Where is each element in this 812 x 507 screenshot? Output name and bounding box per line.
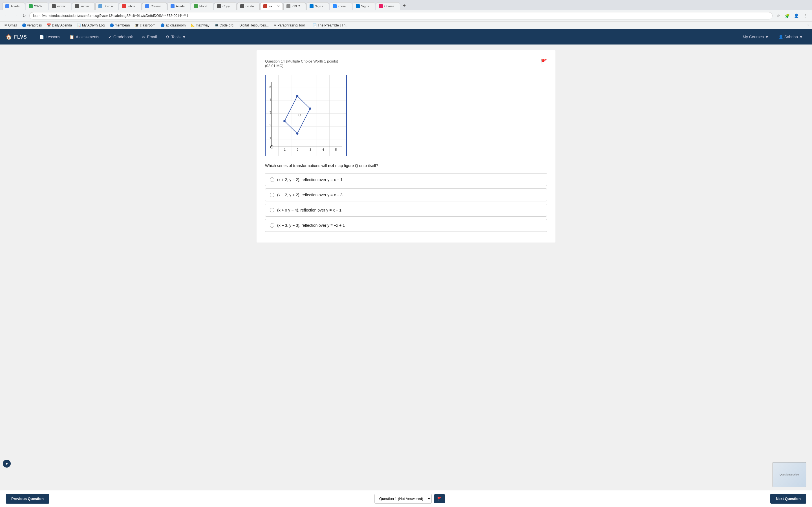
bookmark-label: Digital Resources... [239, 23, 269, 27]
tab-16[interactable]: Course... [376, 2, 400, 10]
question-header: Question 14 (Multiple Choice Worth 1 poi… [265, 59, 547, 72]
bookmark-label: Paraphrasing Tool... [277, 23, 308, 27]
svg-point-28 [283, 120, 286, 122]
bookmark-label: My Activity Log [82, 23, 105, 27]
bookmark-mathway[interactable]: 📐mathway [189, 23, 211, 28]
nav-logo-text: FLVS [14, 34, 27, 40]
top-nav: 🏠 FLVS 📄 Lessons 📋 Assessments ✔ Gradebo… [0, 29, 812, 45]
svg-text:2: 2 [297, 148, 298, 151]
nav-logo[interactable]: 🏠 FLVS [6, 34, 27, 40]
bookmark-paraphrasing[interactable]: ✏Paraphrasing Tool... [272, 23, 309, 28]
answer-choice-b[interactable]: (x − 2, y + 2), reflection over y = x + … [265, 188, 547, 202]
forward-button[interactable]: → [12, 13, 19, 19]
tab-5[interactable]: Inbox [119, 2, 142, 10]
para-icon: ✏ [274, 23, 276, 27]
svg-text:3: 3 [310, 148, 311, 151]
assessments-icon: 📋 [69, 35, 74, 39]
bookmark-gmail[interactable]: ✉Gmail [3, 23, 18, 28]
bookmark-activity-log[interactable]: 📊My Activity Log [75, 23, 106, 28]
bookmark-label: ap classroom [165, 23, 186, 27]
my-courses-button[interactable]: My Courses ▼ [739, 33, 772, 41]
question-text-not: not [328, 163, 334, 168]
svg-text:2: 2 [269, 123, 271, 127]
user-chevron-icon: ▼ [799, 35, 803, 39]
tab-0[interactable]: Acade... [2, 2, 25, 10]
tab-8[interactable]: Florid... [191, 2, 213, 10]
bookmark-preamble[interactable]: 📄The Preamble | Th... [311, 23, 350, 28]
tab-4[interactable]: Born a... [95, 2, 119, 10]
radio-d[interactable] [270, 223, 274, 228]
next-question-button[interactable]: Next Question [770, 494, 806, 504]
bottom-nav: Previous Question Question 1 (Not Answer… [0, 490, 812, 507]
bookmark-daily-agenda[interactable]: 📅Daily Agenda [45, 23, 73, 28]
question-text-after: map figure Q onto itself? [334, 163, 378, 168]
svg-text:1: 1 [284, 148, 286, 151]
answer-choice-c[interactable]: (x + 0 y − 4), reflection over y = x − 1 [265, 204, 547, 217]
preamble-icon: 📄 [313, 23, 317, 27]
toolbar-icons: ☆ 🧩 👤 ⋮ [774, 12, 809, 20]
bookmarks-more-icon[interactable]: » [807, 23, 809, 27]
flag-question-icon[interactable]: 🚩 [541, 59, 547, 65]
tab-3[interactable]: summ... [72, 2, 94, 10]
assessments-link[interactable]: 📋 Assessments [65, 33, 103, 41]
gradebook-link[interactable]: ✔ Gradebook [104, 33, 137, 41]
tab-13[interactable]: Sign i... [306, 2, 329, 10]
browser-chrome: Acade... 2022-... extrac... summ... Born… [0, 0, 812, 29]
previous-question-button[interactable]: Previous Question [6, 494, 49, 504]
answer-choice-a[interactable]: (x + 2, y − 2), reflection over y = x − … [265, 173, 547, 186]
tab-bar: Acade... 2022-... extrac... summ... Born… [0, 0, 812, 10]
question-dropdown[interactable]: Question 1 (Not Answered) [374, 494, 432, 504]
tab-11-active[interactable]: Ex...✕ [260, 2, 283, 10]
reload-button[interactable]: ↻ [21, 13, 28, 19]
tab-7[interactable]: Acade... [167, 2, 190, 10]
tab-close-icon[interactable]: ✕ [277, 4, 280, 8]
address-bar-row: ← → ↻ ☆ 🧩 👤 ⋮ [0, 10, 812, 21]
bookmark-code-org[interactable]: 💻Code.org [213, 23, 235, 28]
answer-choice-d[interactable]: (x − 3, y − 3), reflection over y = −x +… [265, 219, 547, 232]
extension-icon[interactable]: 🧩 [783, 12, 791, 20]
bookmark-veracross[interactable]: 🔵veracross [20, 23, 43, 28]
profile-icon[interactable]: 👤 [792, 12, 800, 20]
tab-6[interactable]: Classro... [142, 2, 167, 10]
back-button[interactable]: ← [3, 13, 10, 19]
question-text: Which series of transformations will not… [265, 163, 547, 169]
bookmark-label: veracross [27, 23, 42, 27]
address-bar-input[interactable] [29, 12, 772, 19]
question-select: Question 1 (Not Answered) 🚩 [374, 494, 445, 504]
question-title-area: Question 14 (Multiple Choice Worth 1 poi… [265, 59, 338, 72]
tab-14[interactable]: zoom [329, 2, 352, 10]
bookmark-label: membean [115, 23, 130, 27]
main-content: Question 14 (Multiple Choice Worth 1 poi… [251, 45, 561, 251]
bookmark-ap-classroom[interactable]: 🔵ap classroom [159, 23, 187, 28]
tab-10[interactable]: no sla... [237, 2, 260, 10]
bookmark-digital-resources[interactable]: Digital Resources... [237, 23, 270, 28]
tab-2[interactable]: extrac... [49, 2, 71, 10]
bookmark-star-icon[interactable]: ☆ [774, 12, 782, 20]
bookmark-classroom[interactable]: 🎓classroom [133, 23, 157, 28]
question-code: (02.01 MC) [265, 64, 338, 68]
tab-12[interactable]: v19 C... [283, 2, 306, 10]
user-menu-button[interactable]: 👤 Sabrina ▼ [775, 33, 806, 41]
radio-b[interactable] [270, 193, 274, 197]
svg-rect-0 [266, 75, 346, 156]
home-icon: 🏠 [6, 34, 12, 40]
tab-15[interactable]: Sign i... [353, 2, 375, 10]
choice-c-text: (x + 0 y − 4), reflection over y = x − 1 [277, 208, 342, 212]
menu-icon[interactable]: ⋮ [801, 12, 809, 20]
tools-link[interactable]: ⚙ Tools ▼ [162, 33, 190, 41]
radio-c[interactable] [270, 208, 274, 212]
lessons-link[interactable]: 📄 Lessons [35, 33, 64, 41]
bookmark-membean[interactable]: 🔵membean [108, 23, 132, 28]
tab-9[interactable]: Copy... [214, 2, 237, 10]
tab-1[interactable]: 2022-... [26, 2, 48, 10]
my-courses-chevron-icon: ▼ [765, 35, 769, 39]
flag-button[interactable]: 🚩 [434, 494, 445, 503]
scroll-down-indicator[interactable]: ▼ [3, 460, 11, 467]
radio-a[interactable] [270, 177, 274, 182]
svg-text:3: 3 [269, 111, 271, 114]
new-tab-button[interactable]: + [401, 2, 408, 10]
preview-thumbnail: Question preview [772, 462, 806, 487]
email-link[interactable]: ✉ Email [138, 33, 161, 41]
choice-b-text: (x − 2, y + 2), reflection over y = x + … [277, 193, 343, 197]
nav-links: 📄 Lessons 📋 Assessments ✔ Gradebook ✉ Em… [35, 33, 740, 41]
